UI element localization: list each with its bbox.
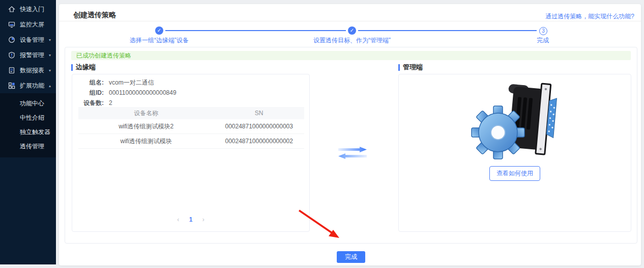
sidebar-item-devices[interactable]: 设备管理 ▾ bbox=[0, 32, 56, 47]
submenu-item-passthrough-mgmt[interactable]: 透传管理 bbox=[0, 139, 56, 153]
group-id-label: 组ID: bbox=[72, 88, 104, 98]
device-name-cell: wifi透传组测试模块2 bbox=[78, 119, 214, 134]
monitor-icon bbox=[8, 21, 15, 28]
sidebar-item-label: 扩展功能 bbox=[20, 82, 44, 90]
step1-check-icon: ✓ bbox=[155, 26, 163, 35]
help-link[interactable]: 通过透传策略，能实现什么功能? bbox=[545, 12, 634, 21]
sidebar-item-quickstart[interactable]: 快速入门 bbox=[0, 2, 56, 17]
submenu-item-feature-intro[interactable]: 中性介绍 bbox=[0, 111, 56, 125]
pagination-next-icon[interactable]: › bbox=[200, 216, 207, 223]
pagination: ‹ 1 › bbox=[72, 216, 309, 223]
col-header-device-name: 设备名称 bbox=[78, 107, 214, 119]
sidebar-item-label: 设备管理 bbox=[20, 36, 44, 44]
sidebar-submenu-extensions: 功能中心 中性介绍 独立触发器 透传管理 bbox=[0, 93, 56, 157]
sidebar-item-label: 数据报表 bbox=[20, 66, 44, 75]
success-message: 已成功创建透传策略 bbox=[71, 51, 631, 60]
device-icon bbox=[8, 36, 15, 43]
main-panel: 创建透传策略 通过透传策略，能实现什么功能? ✓ ✓ 3 选择一组“边缘端”设备… bbox=[59, 4, 641, 265]
step3-label: 完成 bbox=[522, 36, 563, 45]
transfer-arrows-icon bbox=[338, 147, 367, 159]
table-row: wifi透传组测试模块 00024871000000000002 bbox=[78, 134, 304, 149]
device-name-cell: wifi透传组测试模块 bbox=[78, 134, 214, 149]
gear-serial-port-illustration bbox=[466, 82, 563, 164]
pagination-prev-icon[interactable]: ‹ bbox=[175, 216, 181, 223]
page-title: 创建透传策略 bbox=[73, 11, 116, 20]
device-count-value: 2 bbox=[109, 98, 112, 108]
group-name-value: vcom一对二通信 bbox=[109, 77, 154, 88]
step-connector bbox=[165, 30, 346, 31]
device-table: 设备名称 SN wifi透传组测试模块2 0002487100000000000… bbox=[78, 107, 304, 149]
chevron-down-icon: ▾ bbox=[49, 53, 51, 58]
edge-section-title: 边缘端 bbox=[71, 63, 96, 72]
group-name-label: 组名: bbox=[72, 77, 104, 88]
chevron-up-icon: ▴ bbox=[49, 84, 51, 88]
report-icon bbox=[8, 67, 15, 74]
alarm-icon bbox=[8, 51, 15, 59]
pagination-page-1[interactable]: 1 bbox=[189, 216, 193, 223]
edge-section-label: 边缘端 bbox=[76, 63, 96, 72]
step2-check-icon: ✓ bbox=[348, 26, 356, 35]
device-count-row: 设备数: 2 bbox=[72, 98, 309, 108]
group-id-value: 00011000000000000849 bbox=[109, 88, 177, 98]
finish-button[interactable]: 完成 bbox=[337, 251, 365, 263]
sidebar-item-label: 报警管理 bbox=[20, 51, 44, 60]
sidebar-item-monitor[interactable]: 监控大屏 bbox=[0, 17, 56, 32]
sidebar-item-alarms[interactable]: 报警管理 ▾ bbox=[0, 47, 56, 63]
manager-section-label: 管理端 bbox=[403, 63, 423, 72]
sidebar: 快速入门 监控大屏 设备管理 ▾ 报警管理 ▾ 数据报表 ▾ 扩展功能 bbox=[0, 0, 56, 264]
edge-group-card: 组名: vcom一对二通信 组ID: 00011000000000000849 … bbox=[72, 74, 310, 232]
apps-icon bbox=[8, 82, 15, 89]
manager-card: 查看如何使用 bbox=[398, 74, 631, 232]
section-accent-bar bbox=[71, 64, 73, 71]
group-id-row: 组ID: 00011000000000000849 bbox=[72, 88, 309, 98]
step2-label: 设置透传目标、作为“管理端” bbox=[291, 36, 413, 45]
result-panel: 已成功创建透传策略 边缘端 管理端 组名: vcom一对二通信 组ID: 000… bbox=[65, 47, 637, 244]
submenu-item-function-center[interactable]: 功能中心 bbox=[0, 96, 56, 111]
sidebar-item-label: 监控大屏 bbox=[20, 20, 44, 29]
chevron-down-icon: ▾ bbox=[49, 38, 51, 42]
manager-section-title: 管理端 bbox=[398, 63, 423, 72]
sidebar-item-extensions[interactable]: 扩展功能 ▴ bbox=[0, 78, 56, 93]
submenu-item-standalone-trigger[interactable]: 独立触发器 bbox=[0, 125, 56, 139]
chevron-down-icon: ▾ bbox=[49, 68, 51, 73]
step1-label: 选择一组“边缘端”设备 bbox=[108, 36, 210, 45]
title-divider bbox=[59, 21, 641, 21]
device-sn-cell: 00024871000000000003 bbox=[214, 119, 304, 134]
group-name-row: 组名: vcom一对二通信 bbox=[72, 77, 309, 88]
sidebar-item-reports[interactable]: 数据报表 ▾ bbox=[0, 63, 56, 78]
device-count-label: 设备数: bbox=[72, 98, 104, 108]
view-usage-button[interactable]: 查看如何使用 bbox=[489, 166, 540, 181]
group-info: 组名: vcom一对二通信 组ID: 00011000000000000849 … bbox=[72, 74, 309, 108]
table-row: wifi透传组测试模块2 00024871000000000003 bbox=[78, 119, 304, 134]
step-connector bbox=[358, 30, 537, 31]
table-header-row: 设备名称 SN bbox=[78, 107, 304, 119]
col-header-sn: SN bbox=[214, 107, 304, 119]
step3-number-badge: 3 bbox=[539, 27, 547, 35]
sidebar-item-label: 快速入门 bbox=[20, 5, 44, 14]
home-icon bbox=[8, 6, 15, 13]
device-sn-cell: 00024871000000000002 bbox=[214, 134, 304, 149]
section-accent-bar bbox=[398, 64, 400, 71]
